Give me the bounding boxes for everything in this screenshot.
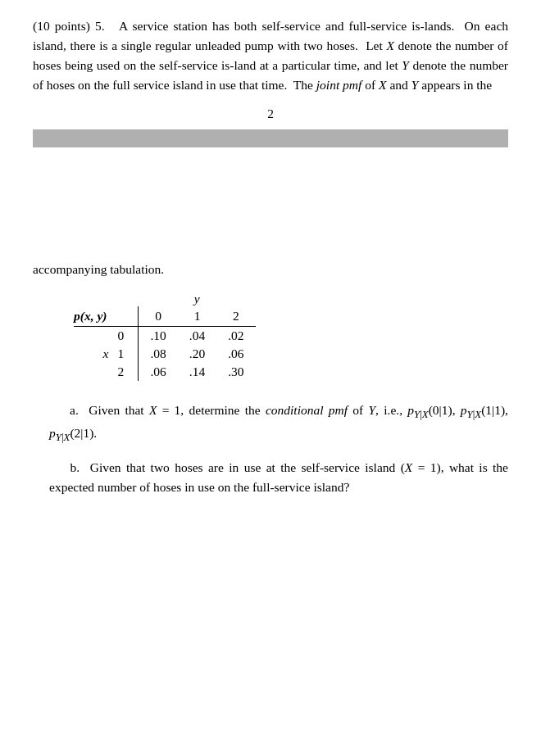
problem-text: (10 points) 5. A service station has bot… bbox=[33, 16, 508, 95]
sub-yx21: Y|X bbox=[56, 431, 70, 443]
val-1-1: .20 bbox=[178, 345, 216, 363]
empty-header-left bbox=[74, 292, 139, 306]
y-label: y bbox=[139, 292, 256, 306]
sub-yx11: Y|X bbox=[467, 408, 482, 420]
x-variable-label: x bbox=[74, 327, 115, 381]
centered-number: 2 bbox=[33, 106, 508, 121]
lower-section: accompanying tabulation. y p(x, y) bbox=[33, 262, 508, 498]
val-0-1: .04 bbox=[178, 327, 216, 345]
accompanying-text: accompanying tabulation. bbox=[33, 262, 508, 277]
parts-section: a. Given that X = 1, determine the condi… bbox=[33, 401, 508, 498]
page: (10 points) 5. A service station has bot… bbox=[0, 0, 541, 756]
pxy-label: p(x, y) bbox=[74, 306, 115, 327]
col2-header: 2 bbox=[216, 306, 255, 327]
val-0-2: .02 bbox=[216, 327, 255, 345]
conditional-pmf-italic: conditional pmf bbox=[266, 403, 348, 417]
val-2-0: .06 bbox=[139, 363, 178, 381]
pmf-table: y p(x, y) 0 1 2 bbox=[74, 292, 256, 381]
problem-header: (10 points) bbox=[33, 19, 90, 33]
table-row-0: x 0 .10 .04 .02 bbox=[74, 327, 256, 345]
val-1-0: .08 bbox=[139, 345, 178, 363]
val-2-2: .30 bbox=[216, 363, 255, 381]
table-container: y p(x, y) 0 1 2 bbox=[74, 292, 508, 381]
joint-pmf-italic: joint pmf bbox=[316, 78, 362, 92]
val-0-0: .10 bbox=[139, 327, 178, 345]
header-empty bbox=[115, 306, 139, 327]
col1-header: 1 bbox=[178, 306, 216, 327]
x-val-0: 0 bbox=[115, 327, 139, 345]
sub-yxcond: Y|X bbox=[414, 408, 429, 420]
val-2-1: .14 bbox=[178, 363, 216, 381]
x-val-2: 2 bbox=[115, 363, 139, 381]
problem-number-5: 5. bbox=[95, 19, 105, 33]
gray-bar bbox=[33, 129, 508, 147]
part-a: a. Given that X = 1, determine the condi… bbox=[33, 401, 508, 446]
part-b: b. Given that two hoses are in use at th… bbox=[33, 458, 508, 499]
y-label-row: y bbox=[74, 292, 256, 306]
x-val-1: 1 bbox=[115, 345, 139, 363]
col0-header: 0 bbox=[139, 306, 178, 327]
header-row: p(x, y) 0 1 2 bbox=[74, 306, 256, 327]
val-1-2: .06 bbox=[216, 345, 255, 363]
